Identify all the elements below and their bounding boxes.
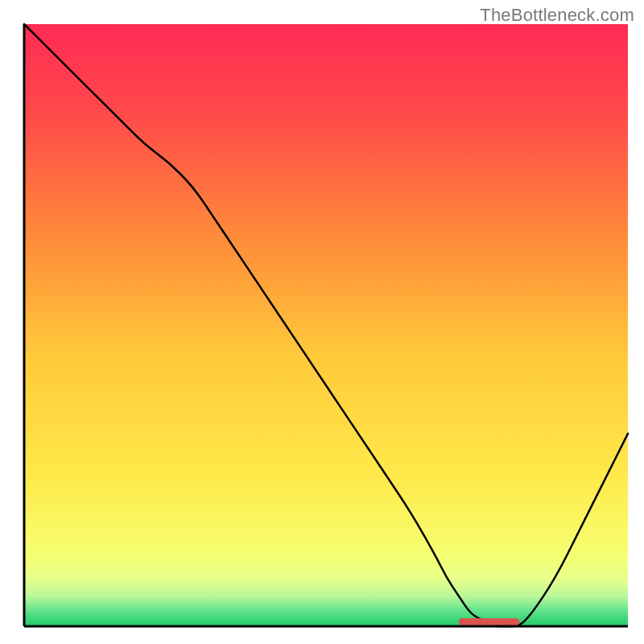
optimal-range-marker bbox=[459, 618, 519, 625]
bottleneck-chart bbox=[0, 0, 644, 644]
chart-container: TheBottleneck.com bbox=[0, 0, 644, 644]
plot-area bbox=[24, 24, 628, 626]
watermark-text: TheBottleneck.com bbox=[480, 5, 634, 26]
